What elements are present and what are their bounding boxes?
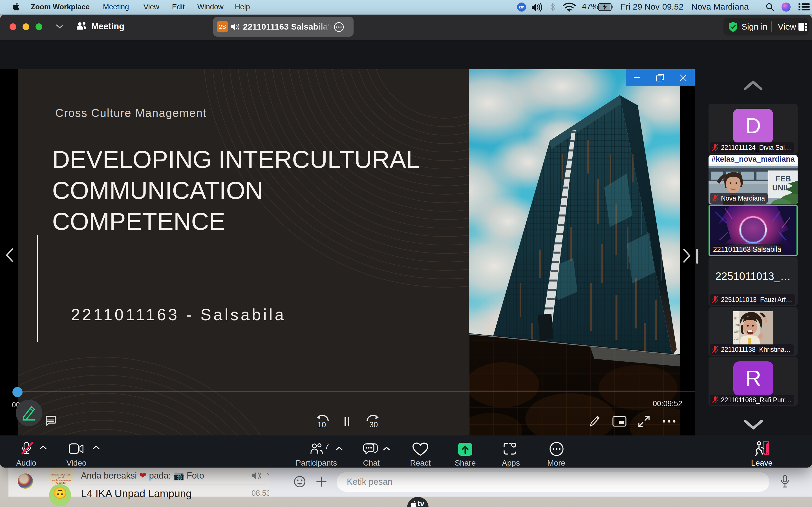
svg-text:少年: 少年 [734,323,740,327]
svg-text:第二: 第二 [734,317,740,320]
svg-text:FEB: FEB [776,174,791,183]
svg-text:10: 10 [317,420,326,428]
svg-text:八月: 八月 [734,337,740,340]
svg-text:成好: 成好 [734,330,740,333]
svg-text:30: 30 [369,420,378,428]
